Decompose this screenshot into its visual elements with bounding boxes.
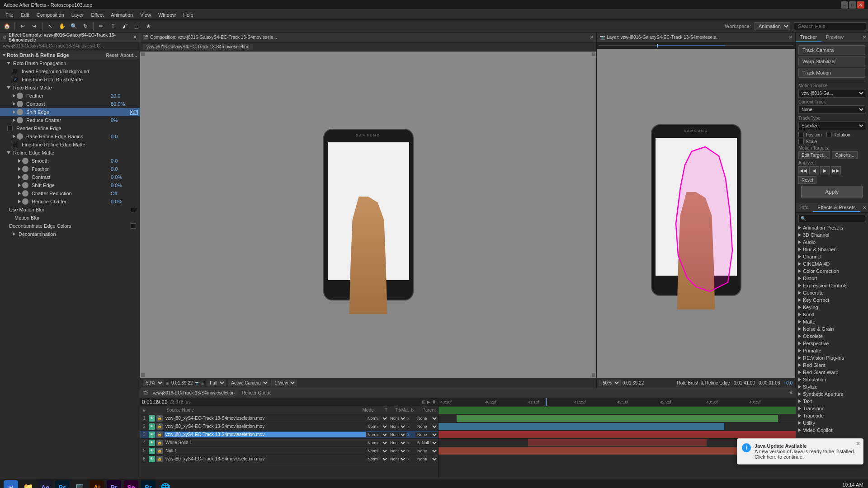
options-btn[interactable]: Options... [832,151,858,159]
shift-edge2-row[interactable]: Shift Edge 0.0% [0,181,140,189]
invert-checkbox[interactable] [13,69,18,74]
roto-propagation-row[interactable]: Roto Brush Propagation [0,59,140,67]
vis-btn-6[interactable]: 👁 [149,456,155,462]
timeline-comp-tab[interactable]: vzw-j8016-EC-Track 13-S4movieseletion [150,390,237,396]
feather-row[interactable]: Feather 20.0 [0,92,140,100]
zoom-tool[interactable]: 🔍 [69,21,79,31]
corner-handle-br[interactable] [592,373,595,377]
fine-tune-refine-row[interactable]: Fine-tune Refine Edge Matte [0,141,140,149]
track-camera-btn[interactable]: Track Camera [798,45,865,55]
lock-btn-4[interactable]: 🔒 [156,440,163,446]
render-refine-row[interactable]: Render Refine Edge [0,124,140,132]
taskbar-comp[interactable]: 💻 [72,480,87,488]
distort-cat[interactable]: Distort [796,275,868,282]
transition-cat[interactable]: Transition [796,405,868,412]
invert-fg-row[interactable]: Invert Foreground/Background [0,67,140,75]
shift-edge2-value[interactable]: 0.0% [111,183,138,188]
preview-tab[interactable]: Preview [821,33,848,42]
reduce-chatter-value[interactable]: 0% [111,117,138,123]
cinema4d-cat[interactable]: CINEMA 4D [796,260,868,267]
mode-select-1[interactable]: Normi [366,416,388,421]
select-tool[interactable]: ↖ [45,21,55,31]
menu-layer[interactable]: Layer [68,11,88,19]
taskbar-br[interactable]: Br [141,480,156,488]
hand-tool[interactable]: ✋ [57,21,67,31]
corner-handle-tl[interactable] [141,52,145,56]
warp-stabilizer-btn[interactable]: Warp Stabilizer [798,56,865,66]
reset-button[interactable]: Reset [106,53,118,58]
decontaminate-checkbox[interactable] [131,223,136,229]
current-track-select[interactable]: None [798,105,865,114]
timeline-playhead[interactable] [546,398,547,406]
trkmat-select-6[interactable]: None [388,456,406,462]
lock-btn-1[interactable]: 🔒 [156,415,163,422]
parent-select-6[interactable]: None [415,456,438,462]
corner-handle-bl[interactable] [141,373,145,377]
rotate-tool[interactable]: ↻ [80,21,90,31]
chatter-reduction-row[interactable]: Chatter Reduction Off [0,189,140,197]
trapcode-cat[interactable]: Trapcode [796,412,868,419]
color-correction-cat[interactable]: Color Correction [796,267,868,275]
render-refine-checkbox[interactable] [7,126,13,131]
fine-tune-refine-checkbox[interactable] [13,142,18,147]
lock-btn-2[interactable]: 🔒 [156,423,163,430]
shift-edge-row[interactable]: Shift Edge 0% [0,108,140,116]
taskbar-pr[interactable]: Pr [107,480,121,488]
menu-file[interactable]: File [2,11,17,19]
trkmat-select-2[interactable]: None [388,424,406,429]
layer-close-btn[interactable]: ✕ [788,34,793,40]
tracker-close[interactable]: ✕ [861,35,868,40]
comp-close-btn[interactable]: ✕ [590,34,594,40]
brush-tool[interactable]: 🖌 [120,21,130,31]
fine-tune-checkbox[interactable] [13,77,18,82]
menu-help[interactable]: Help [179,11,197,19]
base-refine-value[interactable]: 0.0 [111,134,138,139]
menu-view[interactable]: View [137,11,155,19]
taskbar-start[interactable]: ⊞ [4,480,18,488]
scrubber-head[interactable] [657,44,658,47]
red-giant-cat[interactable]: Red Giant [796,361,868,369]
vis-btn-3[interactable]: 👁 [149,432,155,438]
quality-select[interactable]: Full [207,380,226,386]
smooth-row[interactable]: Smooth 0.0 [0,157,140,165]
home-tool[interactable]: 🏠 [2,21,12,31]
render-queue-tab[interactable]: Render Queue [239,390,274,396]
decontamination-row[interactable]: Decontamination [0,230,140,238]
vis-btn-2[interactable]: 👁 [149,423,155,430]
track-row-3[interactable]: 3 👁 🔒 vzw-j80_xyS4-EC-Track 13-S4moviese… [140,431,438,439]
menu-effect[interactable]: Effect [87,11,107,19]
mode-select-3[interactable]: Normi [366,432,388,437]
audio-cat[interactable]: Audio [796,239,868,246]
about-button[interactable]: About... [120,53,137,58]
minimize-button[interactable]: ─ [841,1,848,9]
utility-cat[interactable]: Utility [796,419,868,427]
generate-cat[interactable]: Generate [796,289,868,296]
perspective-cat[interactable]: Perspective [796,340,868,347]
taskbar-explorer[interactable]: 📁 [21,480,35,488]
synthetic-cat[interactable]: Synthetic Aperture [796,390,868,398]
mode-select-5[interactable]: Normi [366,448,388,454]
analyze-forward[interactable]: ▶ [820,166,830,174]
taskbar-chrome[interactable]: 🌐 [158,480,173,488]
contrast-value[interactable]: 80.0% [111,101,138,107]
blur-sharpen-cat[interactable]: Blur & Sharpen [796,246,868,253]
scale-checkbox[interactable] [798,139,804,144]
lock-btn-3[interactable]: 🔒 [156,432,163,438]
motion-blur-row[interactable]: Motion Blur [0,214,140,222]
matte-cat[interactable]: Matte [796,318,868,325]
pen-tool[interactable]: ✏ [96,21,106,31]
smooth-value[interactable]: 0.0 [111,158,138,164]
trkmat-select-3[interactable]: None [388,432,406,437]
puppet-tool[interactable]: ★ [143,21,153,31]
window-controls[interactable]: ─ □ ✕ [841,1,864,9]
contrast2-row[interactable]: Contrast 0.0% [0,173,140,181]
info-tab[interactable]: Info [796,204,813,212]
layer-canvas[interactable]: SAMSUNG [597,42,795,378]
parent-select-4[interactable]: 5. Null 1 [415,440,438,446]
vis-btn-5[interactable]: 👁 [149,448,155,454]
analyze-back[interactable]: ◀ [809,166,819,174]
parent-select-2[interactable]: None [415,424,438,429]
menu-animation[interactable]: Animation [107,11,137,19]
analyze-back-all[interactable]: ◀◀ [798,166,808,174]
view-select[interactable]: 1 View [271,380,297,386]
